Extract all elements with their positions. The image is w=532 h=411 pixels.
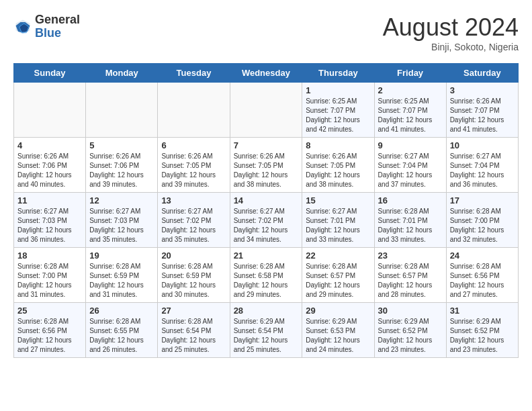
day-number: 28 (234, 306, 299, 316)
day-info: Sunrise: 6:27 AM Sunset: 7:02 PM Dayligh… (161, 207, 226, 244)
calendar-cell: 29Sunrise: 6:29 AM Sunset: 6:53 PM Dayli… (302, 303, 374, 358)
page-header: General Blue August 2024 Binji, Sokoto, … (13, 13, 519, 52)
calendar-cell: 24Sunrise: 6:28 AM Sunset: 6:56 PM Dayli… (446, 248, 518, 303)
calendar-cell: 15Sunrise: 6:27 AM Sunset: 7:01 PM Dayli… (302, 193, 374, 248)
month-year-title: August 2024 (383, 13, 519, 42)
calendar-cell: 5Sunrise: 6:26 AM Sunset: 7:06 PM Daylig… (86, 138, 158, 193)
calendar-cell (230, 83, 302, 138)
calendar-cell: 8Sunrise: 6:26 AM Sunset: 7:05 PM Daylig… (302, 138, 374, 193)
title-block: August 2024 Binji, Sokoto, Nigeria (383, 13, 519, 52)
day-info: Sunrise: 6:26 AM Sunset: 7:06 PM Dayligh… (17, 152, 82, 189)
calendar-cell: 28Sunrise: 6:29 AM Sunset: 6:54 PM Dayli… (230, 303, 302, 358)
day-number: 24 (450, 250, 515, 261)
day-info: Sunrise: 6:25 AM Sunset: 7:07 PM Dayligh… (306, 97, 370, 134)
day-info: Sunrise: 6:28 AM Sunset: 6:57 PM Dayligh… (378, 262, 443, 300)
day-info: Sunrise: 6:29 AM Sunset: 6:53 PM Dayligh… (306, 317, 370, 355)
calendar-cell: 22Sunrise: 6:28 AM Sunset: 6:57 PM Dayli… (302, 248, 374, 303)
calendar-cell: 7Sunrise: 6:26 AM Sunset: 7:05 PM Daylig… (230, 138, 302, 193)
day-number: 9 (378, 140, 443, 150)
day-number: 7 (234, 140, 299, 150)
calendar-cell: 21Sunrise: 6:28 AM Sunset: 6:58 PM Dayli… (230, 248, 302, 303)
day-number: 16 (378, 195, 443, 205)
calendar-cell: 17Sunrise: 6:28 AM Sunset: 7:00 PM Dayli… (446, 193, 518, 248)
weekday-header-thursday: Thursday (302, 64, 374, 83)
day-number: 20 (161, 250, 226, 261)
calendar-cell: 31Sunrise: 6:29 AM Sunset: 6:52 PM Dayli… (446, 303, 518, 358)
week-row-4: 18Sunrise: 6:28 AM Sunset: 7:00 PM Dayli… (14, 248, 519, 303)
day-number: 21 (234, 250, 299, 261)
day-number: 27 (161, 306, 226, 316)
day-number: 29 (306, 306, 370, 316)
day-number: 1 (306, 85, 370, 95)
calendar-table: SundayMondayTuesdayWednesdayThursdayFrid… (13, 63, 519, 358)
calendar-cell: 12Sunrise: 6:27 AM Sunset: 7:03 PM Dayli… (86, 193, 158, 248)
day-number: 23 (378, 250, 443, 261)
weekday-header-row: SundayMondayTuesdayWednesdayThursdayFrid… (14, 64, 519, 83)
day-info: Sunrise: 6:28 AM Sunset: 7:00 PM Dayligh… (450, 207, 515, 244)
day-number: 26 (89, 306, 154, 316)
day-number: 17 (450, 195, 515, 205)
day-info: Sunrise: 6:26 AM Sunset: 7:06 PM Dayligh… (89, 152, 154, 189)
calendar-cell (158, 83, 230, 138)
day-info: Sunrise: 6:28 AM Sunset: 6:57 PM Dayligh… (306, 262, 370, 300)
day-number: 8 (306, 140, 370, 150)
logo-text: General Blue (35, 13, 80, 40)
calendar-cell: 2Sunrise: 6:25 AM Sunset: 7:07 PM Daylig… (374, 83, 446, 138)
calendar-cell: 16Sunrise: 6:28 AM Sunset: 7:01 PM Dayli… (374, 193, 446, 248)
calendar-cell: 30Sunrise: 6:29 AM Sunset: 6:52 PM Dayli… (374, 303, 446, 358)
day-info: Sunrise: 6:29 AM Sunset: 6:52 PM Dayligh… (450, 317, 515, 355)
day-info: Sunrise: 6:28 AM Sunset: 6:56 PM Dayligh… (17, 317, 82, 355)
day-number: 11 (17, 195, 82, 205)
calendar-cell: 23Sunrise: 6:28 AM Sunset: 6:57 PM Dayli… (374, 248, 446, 303)
day-number: 19 (89, 250, 154, 261)
day-number: 15 (306, 195, 370, 205)
calendar-cell (14, 83, 86, 138)
day-info: Sunrise: 6:26 AM Sunset: 7:05 PM Dayligh… (161, 152, 226, 189)
weekday-header-friday: Friday (374, 64, 446, 83)
day-info: Sunrise: 6:29 AM Sunset: 6:54 PM Dayligh… (234, 317, 299, 355)
calendar-cell: 20Sunrise: 6:28 AM Sunset: 6:59 PM Dayli… (158, 248, 230, 303)
day-info: Sunrise: 6:28 AM Sunset: 6:56 PM Dayligh… (450, 262, 515, 300)
calendar-cell: 26Sunrise: 6:28 AM Sunset: 6:55 PM Dayli… (86, 303, 158, 358)
day-info: Sunrise: 6:27 AM Sunset: 7:04 PM Dayligh… (378, 152, 443, 189)
generalblue-logo-icon (13, 17, 32, 36)
day-number: 3 (450, 85, 515, 95)
day-info: Sunrise: 6:28 AM Sunset: 6:59 PM Dayligh… (161, 262, 226, 300)
calendar-cell: 14Sunrise: 6:27 AM Sunset: 7:02 PM Dayli… (230, 193, 302, 248)
calendar-cell: 27Sunrise: 6:28 AM Sunset: 6:54 PM Dayli… (158, 303, 230, 358)
day-number: 25 (17, 306, 82, 316)
day-info: Sunrise: 6:27 AM Sunset: 7:02 PM Dayligh… (234, 207, 299, 244)
calendar-cell (86, 83, 158, 138)
day-info: Sunrise: 6:25 AM Sunset: 7:07 PM Dayligh… (378, 97, 443, 134)
calendar-cell: 13Sunrise: 6:27 AM Sunset: 7:02 PM Dayli… (158, 193, 230, 248)
calendar-cell: 6Sunrise: 6:26 AM Sunset: 7:05 PM Daylig… (158, 138, 230, 193)
day-number: 22 (306, 250, 370, 261)
calendar-cell: 18Sunrise: 6:28 AM Sunset: 7:00 PM Dayli… (14, 248, 86, 303)
calendar-cell: 25Sunrise: 6:28 AM Sunset: 6:56 PM Dayli… (14, 303, 86, 358)
weekday-header-monday: Monday (86, 64, 158, 83)
weekday-header-sunday: Sunday (14, 64, 86, 83)
day-info: Sunrise: 6:26 AM Sunset: 7:07 PM Dayligh… (450, 97, 515, 134)
day-number: 18 (17, 250, 82, 261)
day-info: Sunrise: 6:29 AM Sunset: 6:52 PM Dayligh… (378, 317, 443, 355)
day-info: Sunrise: 6:27 AM Sunset: 7:03 PM Dayligh… (89, 207, 154, 244)
calendar-cell: 3Sunrise: 6:26 AM Sunset: 7:07 PM Daylig… (446, 83, 518, 138)
day-number: 31 (450, 306, 515, 316)
week-row-2: 4Sunrise: 6:26 AM Sunset: 7:06 PM Daylig… (14, 138, 519, 193)
week-row-5: 25Sunrise: 6:28 AM Sunset: 6:56 PM Dayli… (14, 303, 519, 358)
day-info: Sunrise: 6:27 AM Sunset: 7:01 PM Dayligh… (306, 207, 370, 244)
calendar-cell: 9Sunrise: 6:27 AM Sunset: 7:04 PM Daylig… (374, 138, 446, 193)
day-info: Sunrise: 6:26 AM Sunset: 7:05 PM Dayligh… (234, 152, 299, 189)
day-info: Sunrise: 6:28 AM Sunset: 7:01 PM Dayligh… (378, 207, 443, 244)
calendar-cell: 1Sunrise: 6:25 AM Sunset: 7:07 PM Daylig… (302, 83, 374, 138)
day-number: 4 (17, 140, 82, 150)
weekday-header-tuesday: Tuesday (158, 64, 230, 83)
week-row-1: 1Sunrise: 6:25 AM Sunset: 7:07 PM Daylig… (14, 83, 519, 138)
location-subtitle: Binji, Sokoto, Nigeria (383, 42, 519, 52)
calendar-cell: 10Sunrise: 6:27 AM Sunset: 7:04 PM Dayli… (446, 138, 518, 193)
calendar-cell: 19Sunrise: 6:28 AM Sunset: 6:59 PM Dayli… (86, 248, 158, 303)
day-number: 5 (89, 140, 154, 150)
day-info: Sunrise: 6:27 AM Sunset: 7:04 PM Dayligh… (450, 152, 515, 189)
day-info: Sunrise: 6:28 AM Sunset: 6:55 PM Dayligh… (89, 317, 154, 355)
day-number: 30 (378, 306, 443, 316)
